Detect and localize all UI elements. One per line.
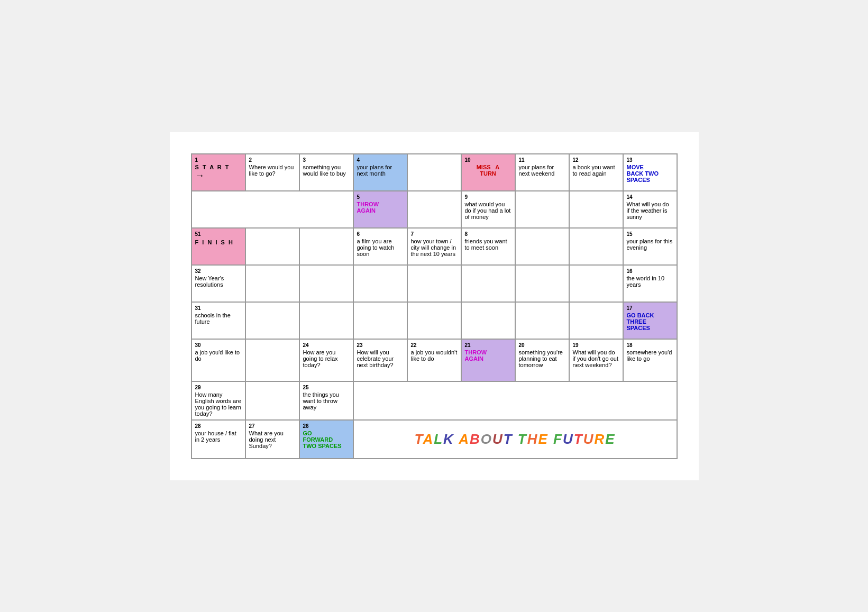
cell-28: 28 your house / flat in 2 years [191,420,245,459]
cell-17: 17 GO BACKTHREESPACES [623,302,677,339]
cell-9: 9 what would you do if you had a lot of … [461,191,515,228]
cell-empty-r2c1 [191,191,353,228]
cell-empty-r4c5 [407,265,461,302]
title-cell: TALK ABOUT THE FUTURE [353,420,677,459]
cell-51: 51 F I N I S H [191,228,245,265]
cell-23: 23 How will you celebrate your next birt… [353,339,407,381]
cell-32: 32 New Year's resolutions [191,265,245,302]
cell-empty-r5c7 [515,302,569,339]
cell-empty-r5c3 [299,302,353,339]
cell-6: 6 a film you are going to watch soon [353,228,407,265]
cell-26: 26 GOFORWARDTWO SPACES [299,420,353,459]
cell-empty-r3c2 [245,228,299,265]
cell-empty-r5c4 [353,302,407,339]
cell-empty-r4c3 [299,265,353,302]
page: 1 S T A R T → 2 Where would you like to … [170,132,699,480]
cell-empty-r3c8 [569,228,623,265]
cell-25: 25 the things you want to throw away [299,381,353,420]
cell-30: 30 a job you'd like to do [191,339,245,381]
cell-29: 29 How many English words are you going … [191,381,245,420]
cell-13: 13 MOVEBACK TWOSPACES [623,154,677,191]
cell-7: 7 how your town / city will change in th… [407,228,461,265]
cell-16: 16 the world in 10 years [623,265,677,302]
cell-empty-r4c8 [569,265,623,302]
cell-empty-r6c2 [245,339,299,381]
cell-2: 2 Where would you like to go? [245,154,299,191]
cell-31: 31 schools in the future [191,302,245,339]
cell-empty-r4c6 [461,265,515,302]
board-title: TALK ABOUT THE FUTURE [414,431,615,447]
cell-20: 20 something you're planning to eat tomo… [515,339,569,381]
cell-empty-r2c8 [569,191,623,228]
cell-15: 15 your plans for this evening [623,228,677,265]
cell-4: 4 your plans for next month [353,154,407,191]
cell-empty-r2c7 [515,191,569,228]
cell-empty-r5c5 [407,302,461,339]
cell-18: 18 somewhere you'd like to go [623,339,677,381]
cell-empty-r5c6 [461,302,515,339]
cell-1: 1 S T A R T → [191,154,245,191]
cell-empty-r5c2 [245,302,299,339]
cell-empty-r1c5 [407,154,461,191]
cell-10: 10 MISS ATURN [461,154,515,191]
cell-empty-r7c2 [245,381,299,420]
cell-5: 5 THROWAGAIN [353,191,407,228]
cell-empty-r5c8 [569,302,623,339]
cell-empty-r4c2 [245,265,299,302]
cell-22: 22 a job you wouldn't like to do [407,339,461,381]
cell-11: 11 your plans for next weekend [515,154,569,191]
cell-24: 24 How are you going to relax today? [299,339,353,381]
cell-21: 21 THROWAGAIN [461,339,515,381]
cell-empty-r4c7 [515,265,569,302]
cell-19: 19 What will you do if you don't go out … [569,339,623,381]
cell-14: 14 What will you do if the weather is su… [623,191,677,228]
cell-empty-r7c4 [353,381,677,420]
cell-3: 3 something you would like to buy [299,154,353,191]
cell-27: 27 What are you doing next Sunday? [245,420,299,459]
cell-empty-r3c3 [299,228,353,265]
cell-8: 8 friends you want to meet soon [461,228,515,265]
board: 1 S T A R T → 2 Where would you like to … [191,153,678,459]
cell-empty-r4c4 [353,265,407,302]
cell-empty-r2c5 [407,191,461,228]
cell-empty-r3c7 [515,228,569,265]
cell-12: 12 a book you want to read again [569,154,623,191]
